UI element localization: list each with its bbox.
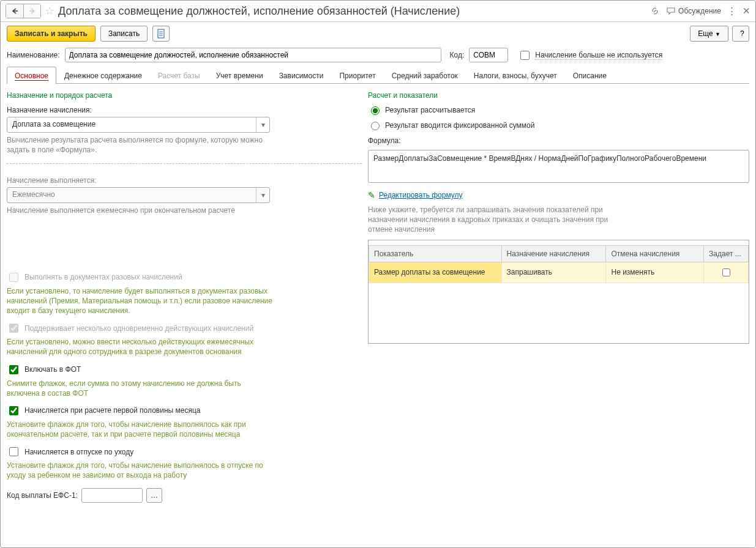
nav-group	[6, 4, 41, 18]
cell-assign[interactable]: Запрашивать	[501, 262, 606, 283]
performed-label: Начисление выполняется:	[7, 176, 362, 185]
name-input[interactable]	[65, 48, 441, 62]
help-button[interactable]: ?	[732, 26, 749, 42]
chk-include-fot-label: Включать в ФОТ	[24, 365, 81, 374]
formula-label: Формула:	[368, 136, 749, 145]
col-indicator[interactable]: Показатель	[369, 245, 502, 262]
col-cancel[interactable]: Отмена начисления	[606, 245, 704, 262]
chk-parental-leave-label: Начисляется в отпуске по уходу	[24, 448, 133, 456]
chk-first-half[interactable]	[9, 406, 18, 415]
tab-time[interactable]: Учет времени	[208, 67, 271, 84]
col-assign[interactable]: Назначение начисления	[501, 245, 606, 262]
tab-money[interactable]: Денежное содержание	[56, 67, 150, 84]
code-input[interactable]	[469, 48, 508, 62]
chk-multi-accruals	[9, 324, 18, 333]
pencil-icon: ✎	[368, 190, 375, 200]
save-close-button[interactable]: Записать и закрыть	[7, 26, 95, 42]
tab-avg[interactable]: Средний заработок	[384, 67, 466, 84]
indicators-table[interactable]: Показатель Назначение начисления Отмена …	[369, 245, 749, 283]
obsolete-label: Начисление больше не используется	[535, 51, 662, 60]
formula-text: РазмерДоплатыЗаСовмещение * ВремяВДнях /…	[373, 154, 706, 163]
performed-value: Ежемесячно	[7, 188, 256, 202]
obsolete-checkbox[interactable]	[520, 51, 530, 60]
toolbar: Записать и закрыть Записать Еще ▼ ?	[1, 22, 755, 45]
purpose-label: Назначение начисления:	[7, 106, 362, 114]
nav-back-button[interactable]	[6, 4, 23, 18]
purpose-value: Доплата за совмещение	[7, 117, 256, 132]
tab-priority[interactable]: Приоритет	[331, 67, 383, 84]
chk3-hint: Снимите флажок, если сумма по этому начи…	[7, 379, 264, 398]
efs-lookup-button[interactable]: …	[146, 488, 162, 503]
chk-parental-leave[interactable]	[9, 447, 18, 456]
tabs: Основное Денежное содержание Расчет базы…	[7, 66, 749, 84]
chk2-hint: Если установлено, можно ввести несколько…	[7, 337, 264, 357]
name-label: Наименование:	[7, 51, 60, 59]
indicators-table-wrap: Показатель Назначение начисления Отмена …	[368, 240, 749, 344]
right-column: Расчет и показатели Результат рассчитыва…	[368, 87, 749, 541]
tab-taxes[interactable]: Налоги, взносы, бухучет	[466, 67, 565, 84]
purpose-select[interactable]: Доплата за совмещение ▾	[7, 117, 270, 133]
chk-single-docs-label: Выполнять в документах разовых начислени…	[24, 273, 182, 281]
more-button[interactable]: Еще ▼	[690, 26, 728, 42]
tab-base[interactable]: Расчет базы	[150, 67, 208, 84]
radio-result-fixed[interactable]	[371, 122, 380, 130]
chk-include-fot[interactable]	[9, 365, 18, 374]
discussion-icon[interactable]: Обсуждение	[666, 7, 721, 15]
efs-label: Код выплаты ЕФС-1:	[7, 491, 78, 500]
code-label: Код:	[450, 51, 465, 59]
left-column: Назначение и порядок расчета Назначение …	[7, 87, 368, 541]
formula-box[interactable]: РазмерДоплатыЗаСовмещение * ВремяВДнях /…	[368, 150, 749, 183]
cell-sets-checkbox[interactable]	[722, 268, 730, 276]
tab-content: Назначение и порядок расчета Назначение …	[1, 84, 755, 547]
table-row[interactable]: Размер доплаты за совмещение Запрашивать…	[369, 262, 749, 283]
radio-result-calculated[interactable]	[371, 106, 380, 115]
header-row: Наименование: Код: Начисление больше не …	[1, 45, 755, 65]
titlebar: ☆ Доплата за совмещение должностей, испо…	[1, 1, 755, 22]
col-sets[interactable]: Задает ...	[704, 245, 749, 262]
section-calc-title: Расчет и показатели	[368, 91, 749, 100]
chk-single-docs	[9, 273, 18, 282]
edit-formula-link[interactable]: Редактировать формулу	[379, 191, 463, 199]
radio-result-fixed-label: Результат вводится фиксированной суммой	[385, 121, 534, 130]
chk-multi-accruals-label: Поддерживает несколько одновременно дейс…	[24, 324, 253, 333]
cell-cancel[interactable]: Не изменять	[606, 262, 704, 283]
table-hint: Ниже укажите, требуется ли запрашивать з…	[368, 205, 625, 235]
tab-main[interactable]: Основное	[7, 67, 56, 84]
purpose-hint: Вычисление результата расчета выполняетс…	[7, 135, 270, 155]
report-icon-button[interactable]	[152, 26, 170, 42]
cell-indicator[interactable]: Размер доплаты за совмещение	[369, 262, 502, 283]
link-icon[interactable]	[650, 6, 660, 16]
efs-input[interactable]	[81, 488, 143, 503]
cell-sets[interactable]	[704, 262, 749, 283]
performed-select: Ежемесячно ▾	[7, 187, 270, 203]
favorite-star-icon[interactable]: ☆	[45, 4, 54, 18]
tab-deps[interactable]: Зависимости	[271, 67, 332, 84]
chk5-hint: Установите флажок для того, чтобы начисл…	[7, 461, 276, 480]
discussion-label: Обсуждение	[678, 7, 721, 15]
radio-result-calculated-label: Результат рассчитывается	[385, 106, 475, 114]
window-title: Доплата за совмещение должностей, исполн…	[58, 5, 460, 18]
kebab-menu-icon[interactable]: ⋮	[727, 6, 736, 17]
close-icon[interactable]: ✕	[743, 6, 750, 17]
save-button[interactable]: Записать	[100, 26, 148, 42]
chevron-down-icon[interactable]: ▾	[256, 117, 269, 132]
chk-first-half-label: Начисляется при расчете первой половины …	[24, 406, 200, 415]
section-purpose-title: Назначение и порядок расчета	[7, 91, 362, 100]
performed-hint: Начисление выполняется ежемесячно при ок…	[7, 206, 362, 215]
tab-desc[interactable]: Описание	[565, 67, 615, 84]
nav-forward-button[interactable]	[23, 4, 40, 18]
chk1-hint: Если установлено, то начисление будет вы…	[7, 286, 276, 316]
chk4-hint: Установите флажок для того, чтобы начисл…	[7, 420, 276, 439]
chevron-down-icon: ▾	[256, 188, 269, 202]
